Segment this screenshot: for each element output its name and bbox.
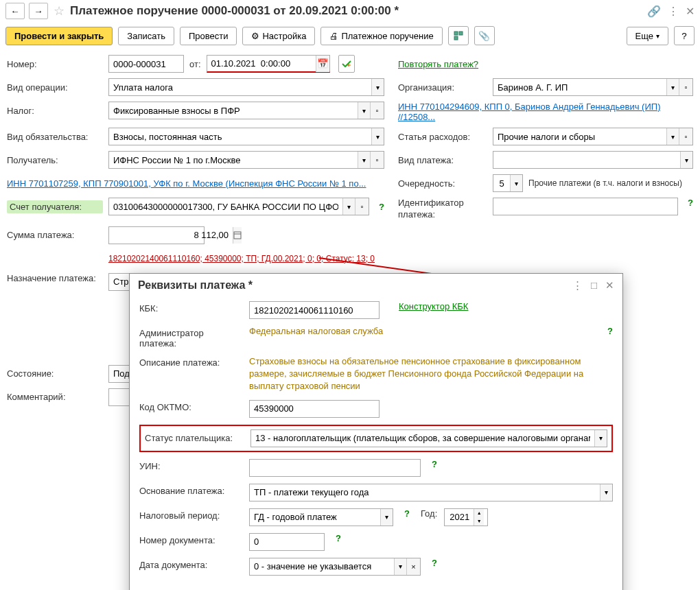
payer-status-label: Статус плательщика:	[145, 433, 244, 443]
dialog-more-icon[interactable]: ⋮	[572, 279, 583, 292]
docdate-clear[interactable]: ×	[406, 558, 420, 575]
year-down-button[interactable]: ▼	[474, 517, 484, 526]
print-button[interactable]: 🖨Платежное поручение	[320, 27, 442, 45]
nav-forward-button[interactable]: →	[29, 3, 48, 19]
obligation-dropdown[interactable]: ▾	[371, 128, 384, 145]
expense-label: Статья расходов:	[398, 132, 487, 142]
recipient-inn-link[interactable]: ИНН 7701107259, КПП 770901001, УФК по г.…	[7, 178, 366, 189]
more-vertical-icon[interactable]: ⋮	[668, 5, 679, 18]
payment-details-link[interactable]: 18210202140061110160; 45390000; ТП; ГД.0…	[108, 254, 375, 263]
year-input[interactable]	[445, 509, 474, 526]
number-input[interactable]	[109, 56, 183, 72]
oktmo-label: Код ОКТМО:	[139, 400, 242, 412]
payer-status-input[interactable]	[251, 430, 594, 447]
account-input[interactable]	[109, 198, 342, 215]
tax-open[interactable]: ▫	[370, 102, 384, 119]
payment-type-label: Вид платежа:	[398, 155, 487, 165]
more-button[interactable]: Еще ▾	[627, 27, 668, 45]
operation-type-input[interactable]	[109, 79, 371, 95]
docdate-label: Дата документа:	[139, 558, 242, 570]
paperclip-icon: 📎	[478, 31, 490, 41]
operation-type-dropdown[interactable]: ▾	[371, 79, 384, 95]
link-icon[interactable]: 🔗	[647, 5, 661, 18]
svg-rect-0	[454, 32, 458, 35]
register-icon-button[interactable]	[448, 26, 469, 45]
admin-value: Федеральная налоговая служба	[249, 326, 596, 336]
payment-type-input[interactable]	[493, 152, 680, 168]
docnum-input[interactable]	[250, 534, 324, 550]
docnum-label: Номер документа:	[139, 533, 242, 545]
favorite-star-icon[interactable]: ☆	[52, 4, 66, 18]
organization-open[interactable]: ▫	[679, 79, 692, 95]
calendar-button[interactable]: 📅	[316, 56, 329, 72]
account-open[interactable]: ▫	[355, 198, 369, 215]
date-input[interactable]	[207, 56, 316, 72]
attachment-button[interactable]: 📎	[474, 26, 495, 45]
payment-details-dialog: Реквизиты платежа * ⋮ □ ✕ КБК: Конструкт…	[129, 273, 623, 590]
uin-label: УИН:	[139, 459, 242, 471]
account-label: Счет получателя:	[7, 200, 103, 213]
year-label: Год:	[421, 508, 437, 519]
basis-input[interactable]	[250, 484, 600, 501]
amount-input[interactable]	[109, 227, 233, 244]
amount-label: Сумма платежа:	[7, 230, 103, 240]
expense-open[interactable]: ▫	[679, 128, 692, 145]
basis-label: Основание платежа:	[139, 484, 242, 496]
desc-label: Описание платежа:	[139, 355, 242, 368]
recipient-open[interactable]: ▫	[370, 152, 384, 168]
number-label: Номер:	[7, 59, 103, 69]
kbk-constructor-link[interactable]: Конструктор КБК	[399, 301, 468, 311]
account-dropdown[interactable]: ▾	[342, 198, 355, 215]
docdate-dropdown[interactable]: ▾	[394, 558, 406, 575]
tax-dropdown[interactable]: ▾	[358, 102, 370, 119]
oktmo-input[interactable]	[250, 401, 379, 417]
period-help[interactable]: ?	[404, 508, 410, 519]
year-up-button[interactable]: ▲	[474, 509, 484, 517]
expense-dropdown[interactable]: ▾	[666, 128, 679, 145]
payer-status-dropdown[interactable]: ▾	[594, 430, 607, 447]
obligation-label: Вид обязательства:	[7, 132, 103, 142]
recipient-dropdown[interactable]: ▾	[358, 152, 370, 168]
uin-help[interactable]: ?	[432, 459, 437, 469]
nav-back-button[interactable]: ←	[5, 3, 25, 19]
docnum-help[interactable]: ?	[336, 533, 341, 543]
window-title: Платежное поручение 0000-000031 от 20.09…	[70, 4, 643, 18]
help-button[interactable]: ?	[674, 26, 695, 45]
period-label: Налоговый период:	[139, 508, 242, 521]
priority-dropdown[interactable]: ▾	[510, 175, 522, 191]
identifier-input[interactable]	[493, 198, 677, 215]
account-help[interactable]: ?	[379, 202, 384, 212]
obligation-input[interactable]	[109, 128, 371, 145]
write-button[interactable]: Записать	[118, 27, 174, 45]
tax-label: Налог:	[7, 106, 103, 116]
purpose-label: Назначение платежа:	[7, 273, 103, 285]
dialog-maximize-icon[interactable]: □	[591, 279, 597, 292]
admin-help[interactable]: ?	[607, 326, 613, 336]
calculator-button[interactable]	[233, 227, 242, 244]
payment-type-dropdown[interactable]: ▾	[680, 152, 692, 168]
recipient-input[interactable]	[109, 152, 358, 168]
docdate-help[interactable]: ?	[432, 558, 437, 568]
docdate-input[interactable]	[250, 558, 394, 575]
post-and-close-button[interactable]: Провести и закрыть	[5, 27, 113, 45]
post-button[interactable]: Провести	[180, 27, 237, 45]
payer-inn-link[interactable]: ИНН 770104294609, КПП 0, Баринов Андрей …	[398, 102, 693, 122]
kbk-input[interactable]	[250, 302, 379, 318]
repeat-payment-link[interactable]: Повторять платеж?	[398, 59, 478, 69]
dialog-title: Реквизиты платежа *	[138, 279, 572, 292]
expense-input[interactable]	[493, 128, 666, 145]
uin-input[interactable]	[250, 460, 420, 476]
identifier-help[interactable]: ?	[688, 198, 693, 208]
priority-input[interactable]	[493, 175, 510, 191]
close-window-icon[interactable]: ✕	[686, 5, 695, 18]
organization-input[interactable]	[493, 79, 666, 95]
basis-dropdown[interactable]: ▾	[600, 484, 612, 501]
tax-input[interactable]	[109, 102, 358, 119]
settings-button[interactable]: ⚙Настройка	[242, 27, 315, 45]
dialog-close-icon[interactable]: ✕	[605, 279, 614, 292]
organization-dropdown[interactable]: ▾	[666, 79, 679, 95]
period-dropdown[interactable]: ▾	[380, 509, 393, 526]
highlighted-status-row: Статус плательщика: ▾	[139, 425, 613, 452]
period-input[interactable]	[250, 509, 380, 526]
date-action-button[interactable]	[338, 55, 355, 73]
